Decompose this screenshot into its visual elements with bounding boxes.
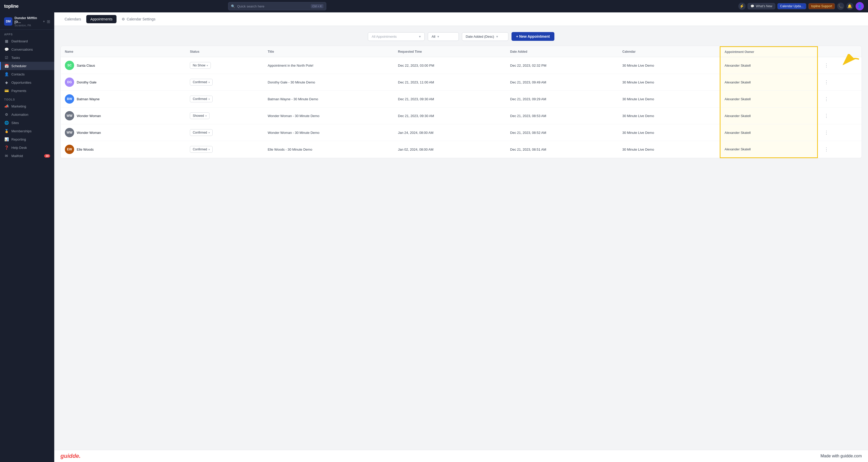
- helpdesk-icon: ❓: [4, 146, 9, 150]
- search-bar[interactable]: 🔍 Quick search here Ctrl + K: [228, 2, 326, 10]
- sidebar-item-mailfold[interactable]: ✉ Mailfold 10: [0, 152, 54, 160]
- cell-calendar-row3: 30 Minute Live Demo: [618, 91, 720, 107]
- cell-appt-owner-row1: Alexander Skatell: [720, 57, 817, 74]
- row-actions-menu-row3[interactable]: ⋮: [822, 95, 831, 102]
- table-row: WW Wonder Woman Confirmed ▾ Wonder Woman…: [61, 124, 862, 141]
- sidebar-item-automation-label: Automation: [11, 113, 28, 117]
- sidebar-item-scheduler-label: Scheduler: [11, 64, 27, 68]
- status-badge-row2[interactable]: Confirmed ▾: [190, 79, 212, 86]
- contacts-icon: 👤: [4, 72, 9, 76]
- status-badge-row6[interactable]: Confirmed ▾: [190, 146, 212, 153]
- avatar-row2: DG: [65, 78, 74, 87]
- sidebar-item-conversations[interactable]: 💬 Conversations: [0, 45, 54, 54]
- new-appointment-button[interactable]: + New Appointment: [512, 32, 555, 41]
- main-content: Calendars Appointments ⚙ Calendar Settin…: [54, 12, 868, 462]
- bell-icon[interactable]: 🔔: [846, 3, 854, 10]
- search-icon: 🔍: [231, 4, 235, 8]
- avatar-row5: WW: [65, 128, 74, 137]
- status-chevron-row5: ▾: [209, 131, 210, 134]
- top-nav: topline 🔍 Quick search here Ctrl + K ⚡ 💬…: [0, 0, 868, 12]
- toolbar: All Appointments ▾ All ▾ Date Added (Des…: [60, 32, 862, 41]
- cell-calendar-row1: 30 Minute Live Demo: [618, 57, 720, 74]
- tab-calendars[interactable]: Calendars: [60, 15, 85, 23]
- col-header-actions: [817, 47, 862, 57]
- row-actions-menu-row5[interactable]: ⋮: [822, 129, 831, 136]
- status-filter-dropdown[interactable]: All ▾: [428, 32, 459, 41]
- payments-icon: 💳: [4, 89, 9, 93]
- tab-calendar-settings[interactable]: ⚙ Calendar Settings: [118, 15, 159, 23]
- calendar-update-button[interactable]: Calendar Upda...: [777, 3, 807, 9]
- lightning-icon[interactable]: ⚡: [738, 3, 746, 10]
- name-text-row3[interactable]: Batman Wayne: [77, 97, 99, 101]
- cell-appt-owner-row3: Alexander Skatell: [720, 91, 817, 107]
- sidebar-item-memberships[interactable]: 🏅 Memberships: [0, 127, 54, 135]
- cell-date-added-row5: Dec 21, 2023, 08:52 AM: [506, 124, 618, 141]
- avatar[interactable]: 👤: [856, 2, 864, 10]
- cell-actions-row1: ⋮: [817, 57, 862, 74]
- tab-appointments[interactable]: Appointments: [86, 15, 117, 23]
- cell-calendar-row4: 30 Minute Live Demo: [618, 107, 720, 124]
- layout-icon[interactable]: ⊞: [47, 19, 50, 24]
- status-badge-row1[interactable]: No Show ▾: [190, 62, 211, 69]
- filter-chevron-icon: ▾: [419, 35, 421, 38]
- status-chevron-row2: ▾: [209, 81, 210, 84]
- cell-date-added-row3: Dec 21, 2023, 09:29 AM: [506, 91, 618, 107]
- sidebar-item-sites[interactable]: 🌐 Sites: [0, 119, 54, 127]
- sidebar-item-contacts[interactable]: 👤 Contacts: [0, 70, 54, 78]
- sidebar-item-reporting[interactable]: 📊 Reporting: [0, 135, 54, 144]
- name-text-row2[interactable]: Dorothy Gale: [77, 80, 97, 84]
- row-actions-menu-row6[interactable]: ⋮: [822, 146, 831, 153]
- sidebar-item-mailfold-label: Mailfold: [11, 154, 23, 158]
- name-text-row5[interactable]: Wonder Woman: [77, 131, 101, 134]
- filter-dropdown[interactable]: All Appointments ▾: [368, 32, 425, 41]
- mailfold-badge: 10: [44, 154, 50, 158]
- status-badge-row5[interactable]: Confirmed ▾: [190, 129, 212, 136]
- cell-status-row4: Showed ▾: [186, 107, 264, 124]
- whats-new-button[interactable]: 💬 What's New: [748, 3, 775, 9]
- guidde-footer-text: Made with guidde.com: [820, 454, 862, 458]
- cell-status-row6: Confirmed ▾: [186, 141, 264, 158]
- status-badge-row3[interactable]: Confirmed ▾: [190, 96, 212, 102]
- sites-icon: 🌐: [4, 121, 9, 125]
- name-text-row4[interactable]: Wonder Woman: [77, 114, 101, 118]
- cell-calendar-row5: 30 Minute Live Demo: [618, 124, 720, 141]
- sidebar-item-automation[interactable]: ⚙ Automation: [0, 110, 54, 119]
- cell-appt-owner-row6: Alexander Skatell: [720, 141, 817, 158]
- search-shortcut: Ctrl + K: [311, 4, 323, 8]
- row-actions-menu-row4[interactable]: ⋮: [822, 112, 831, 119]
- cell-date-added-row4: Dec 21, 2023, 08:53 AM: [506, 107, 618, 124]
- sidebar-brand: DM Dunder Mifflin [D... Scranton, PA ▾ ⊞: [0, 12, 54, 30]
- row-actions-menu-row1[interactable]: ⋮: [822, 62, 831, 69]
- support-button[interactable]: topline Support: [808, 3, 835, 9]
- sidebar-item-payments[interactable]: 💳 Payments: [0, 87, 54, 95]
- cell-actions-row4: ⋮: [817, 107, 862, 124]
- reporting-icon: 📊: [4, 137, 9, 141]
- sidebar-item-scheduler[interactable]: 📅 Scheduler: [0, 62, 54, 70]
- cell-actions-row5: ⋮: [817, 124, 862, 141]
- phone-icon[interactable]: 📞: [837, 3, 844, 10]
- name-text-row1[interactable]: Santa Claus: [77, 64, 95, 67]
- app-logo[interactable]: topline: [4, 4, 19, 9]
- sidebar-item-marketing[interactable]: 📣 Marketing: [0, 102, 54, 110]
- status-badge-row4[interactable]: Showed ▾: [190, 113, 209, 119]
- sort-dropdown[interactable]: Date Added (Desc) ▾: [462, 32, 508, 41]
- row-actions-menu-row2[interactable]: ⋮: [822, 79, 831, 86]
- sidebar-item-dashboard[interactable]: ▦ Dashboard: [0, 37, 54, 45]
- workspace-selector[interactable]: DM Dunder Mifflin [D... Scranton, PA ▾ ⊞: [4, 16, 50, 27]
- table-row: WW Wonder Woman Showed ▾ Wonder Woman - …: [61, 107, 862, 124]
- table-row: EW Elle Woods Confirmed ▾ Elle Woods - 3…: [61, 141, 862, 158]
- cell-calendar-row2: 30 Minute Live Demo: [618, 74, 720, 91]
- sidebar-item-tasks-label: Tasks: [11, 56, 20, 60]
- cell-requested-time-row2: Dec 21, 2023, 11:00 AM: [394, 74, 506, 91]
- cell-actions-row6: ⋮: [817, 141, 862, 158]
- cell-title-row3: Batman Wayne - 30 Minute Demo: [264, 91, 394, 107]
- cell-requested-time-row3: Dec 21, 2023, 09:30 AM: [394, 91, 506, 107]
- sidebar-item-opportunities[interactable]: ◆ Opportunities: [0, 78, 54, 87]
- sidebar-item-helpdesk[interactable]: ❓ Help Desk: [0, 144, 54, 152]
- name-text-row6[interactable]: Elle Woods: [77, 148, 94, 151]
- memberships-icon: 🏅: [4, 129, 9, 133]
- avatar-row1: SC: [65, 61, 74, 70]
- cell-title-row5: Wonder Woman - 30 Minute Demo: [264, 124, 394, 141]
- cell-appt-owner-row2: Alexander Skatell: [720, 74, 817, 91]
- sidebar-item-tasks[interactable]: ☑ Tasks: [0, 54, 54, 62]
